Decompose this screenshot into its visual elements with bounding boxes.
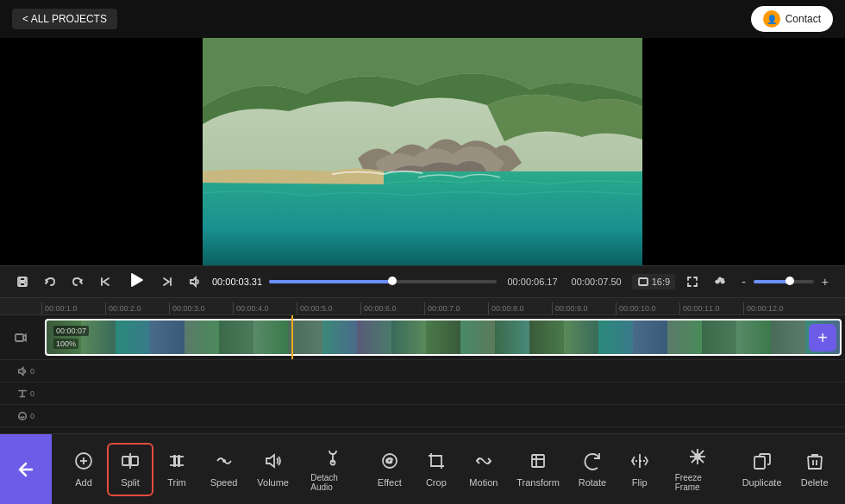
tool-delete[interactable]: Delete bbox=[791, 443, 838, 496]
svg-rect-8 bbox=[639, 278, 648, 285]
track-content-video[interactable]: 00:00:07 100% bbox=[41, 315, 845, 359]
sticker-track-num: 0 bbox=[30, 412, 34, 420]
track-area: 00:00:07 100% + 0 0 bbox=[0, 315, 845, 433]
adjustment-button[interactable] bbox=[710, 273, 730, 290]
svg-point-31 bbox=[383, 454, 397, 468]
time-current: 00:00:03.31 bbox=[212, 277, 262, 287]
skip-forward-button[interactable] bbox=[157, 273, 178, 290]
ratio-display[interactable]: 16:9 bbox=[632, 274, 675, 289]
zoom-out-button[interactable]: - bbox=[737, 272, 750, 291]
ruler-tick-3: 00:00:3.0 bbox=[169, 302, 233, 314]
tool-split-label: Split bbox=[121, 477, 139, 488]
ruler-tick-7: 00:00:7.0 bbox=[424, 302, 488, 314]
effect-icon bbox=[380, 451, 399, 473]
tool-transform[interactable]: Transform bbox=[508, 443, 568, 496]
ruler-tick-6: 00:00:6.0 bbox=[360, 302, 424, 314]
trim-icon bbox=[167, 451, 186, 473]
undo-button[interactable] bbox=[40, 273, 60, 290]
contact-button[interactable]: 👤 Contact bbox=[751, 6, 833, 32]
tool-add[interactable]: Add bbox=[60, 443, 107, 496]
rotate-icon bbox=[583, 451, 602, 473]
split-icon bbox=[121, 451, 140, 473]
playhead[interactable] bbox=[291, 315, 293, 359]
redo-button[interactable] bbox=[67, 273, 88, 290]
audio-track-num: 0 bbox=[30, 367, 34, 376]
tool-rotate[interactable]: Rotate bbox=[568, 443, 617, 496]
timeline-scrubber[interactable] bbox=[269, 280, 497, 283]
add-icon bbox=[74, 451, 93, 473]
video-clip[interactable]: 00:00:07 100% bbox=[45, 319, 842, 356]
tool-flip[interactable]: Flip bbox=[617, 443, 663, 496]
sticker-track-content bbox=[41, 405, 845, 426]
add-track-button[interactable]: + bbox=[809, 324, 836, 352]
svg-marker-5 bbox=[132, 274, 142, 286]
progress-fill bbox=[269, 280, 392, 283]
tool-duplicate[interactable]: Duplicate bbox=[733, 443, 791, 496]
sticker-track-label: 0 bbox=[0, 411, 41, 421]
duplicate-icon bbox=[753, 451, 772, 473]
bottom-toolbar: Add Split Trim Speed bbox=[0, 433, 845, 504]
zoom-dot bbox=[786, 277, 794, 285]
tool-transform-label: Transform bbox=[516, 477, 560, 488]
progress-dot bbox=[388, 277, 397, 285]
clip-timestamp: 00:00:07 bbox=[53, 326, 89, 336]
audio-track-row: 0 bbox=[0, 360, 845, 383]
delete-icon bbox=[805, 451, 824, 473]
tools-container: Add Split Trim Speed bbox=[52, 434, 845, 504]
text-track-num: 0 bbox=[30, 389, 34, 398]
all-projects-button[interactable]: < ALL PROJECTS bbox=[12, 9, 117, 29]
svg-rect-21 bbox=[122, 457, 129, 465]
zoom-in-button[interactable]: + bbox=[817, 272, 833, 291]
crop-icon bbox=[427, 451, 446, 473]
svg-rect-3 bbox=[20, 283, 25, 286]
svg-rect-15 bbox=[16, 334, 23, 341]
tool-split[interactable]: Split bbox=[107, 443, 153, 496]
tool-volume-label: Volume bbox=[257, 477, 289, 488]
sticker-track-row: 0 bbox=[0, 405, 845, 427]
tool-flip-label: Flip bbox=[632, 477, 648, 488]
svg-point-27 bbox=[222, 459, 226, 463]
tool-crop[interactable]: Crop bbox=[413, 443, 460, 496]
contact-label: Contact bbox=[786, 13, 821, 25]
tool-freeze-label: Freeze Frame bbox=[675, 473, 721, 492]
transform-icon bbox=[529, 451, 548, 473]
video-scene bbox=[203, 38, 642, 265]
tool-add-label: Add bbox=[75, 477, 92, 488]
tool-freeze-frame[interactable]: Freeze Frame bbox=[663, 439, 733, 501]
volume-ctrl-button[interactable] bbox=[185, 273, 205, 290]
back-button[interactable] bbox=[0, 434, 52, 505]
svg-marker-28 bbox=[266, 455, 274, 467]
clip-percent: 100% bbox=[53, 339, 78, 349]
audio-track-content bbox=[41, 360, 845, 382]
tool-trim-label: Trim bbox=[167, 477, 186, 488]
tool-detach-label: Detach Audio bbox=[310, 473, 354, 492]
flip-icon bbox=[630, 451, 649, 473]
video-track-row: 00:00:07 100% + bbox=[0, 315, 845, 360]
ruler-tick-12: 00:00:12.0 bbox=[743, 302, 807, 314]
tool-volume[interactable]: Volume bbox=[247, 443, 298, 496]
fullscreen-button[interactable] bbox=[682, 273, 703, 290]
tool-trim[interactable]: Trim bbox=[153, 443, 200, 496]
time-total: 00:00:07.50 bbox=[572, 277, 622, 287]
tool-motion[interactable]: Motion bbox=[460, 443, 508, 496]
zoom-controls: - + bbox=[737, 272, 833, 291]
zoom-slider[interactable] bbox=[754, 280, 814, 283]
tool-effect-label: Effect bbox=[378, 477, 402, 488]
play-button[interactable] bbox=[122, 270, 150, 295]
contact-avatar: 👤 bbox=[763, 10, 780, 28]
skip-back-button[interactable] bbox=[95, 273, 116, 290]
save-icon-btn[interactable] bbox=[12, 273, 33, 290]
text-track-row: 0 bbox=[0, 383, 845, 405]
tool-speed[interactable]: Speed bbox=[200, 443, 247, 496]
svg-rect-33 bbox=[532, 455, 544, 467]
tool-detach-audio[interactable]: Detach Audio bbox=[298, 439, 366, 501]
ruler-tick-8: 00:00:8.0 bbox=[488, 302, 552, 314]
tool-effect[interactable]: Effect bbox=[366, 443, 413, 496]
svg-rect-1 bbox=[203, 171, 642, 265]
ruler-tick-9: 00:00:9.0 bbox=[552, 302, 616, 314]
header: < ALL PROJECTS 👤 Contact bbox=[0, 0, 845, 38]
detach-audio-icon bbox=[323, 447, 342, 469]
tool-speed-label: Speed bbox=[210, 477, 238, 488]
svg-point-32 bbox=[387, 458, 391, 463]
tool-delete-label: Delete bbox=[801, 477, 829, 488]
